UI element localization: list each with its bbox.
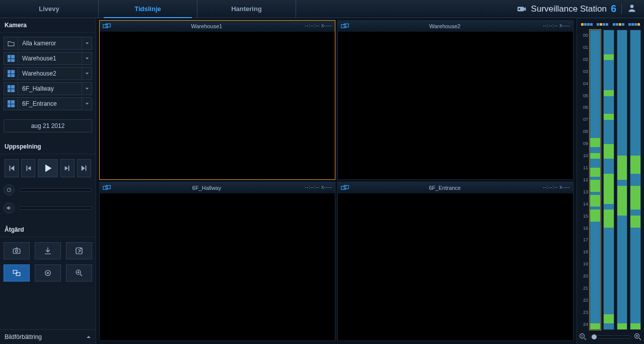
pane-header: Warehouse2--:--:-- x---- [338, 21, 573, 32]
hour-label: 01 [580, 42, 588, 53]
timeline-segment [630, 323, 640, 329]
speed-icon [4, 184, 15, 195]
step-back-button[interactable] [21, 159, 35, 177]
timeline-segment [604, 114, 614, 120]
left-sidebar: Kamera Alla kamerorWarehouse1Warehouse26… [0, 18, 96, 344]
hour-label: 05 [580, 90, 588, 101]
timeline-segment [617, 156, 627, 180]
video-area [100, 32, 335, 179]
pane-title: 6F_Hallway [114, 185, 335, 191]
speed-slider[interactable] [19, 188, 92, 191]
camera-item-3[interactable]: 6F_Hallway [4, 82, 92, 95]
timeline-segment [630, 30, 640, 329]
video-pane-1[interactable]: Warehouse2--:--:-- x---- [337, 20, 574, 180]
pane-header: 6F_Entrance--:--:-- x---- [338, 182, 573, 193]
chevron-down-icon[interactable] [82, 67, 92, 80]
timeline-track-0[interactable] [590, 30, 601, 330]
camera-item-0[interactable]: Alla kameror [4, 37, 92, 50]
chevron-down-icon[interactable] [82, 52, 92, 64]
timeline-segment [590, 168, 600, 177]
layout-1[interactable] [580, 22, 594, 27]
timeline-segment [617, 186, 627, 216]
chevron-down-icon[interactable] [82, 37, 92, 49]
camera-item-label: Warehouse2 [18, 70, 82, 77]
camera-item-label: 6F_Entrance [18, 100, 82, 107]
chevron-up-icon [86, 334, 91, 339]
pane-title: Warehouse2 [352, 23, 573, 29]
focus-button[interactable] [35, 264, 61, 282]
hour-label: 14 [580, 198, 588, 210]
uppspelning-header: Uppspelning [0, 140, 96, 154]
pane-overlap-icon [100, 185, 114, 191]
timeline-segment [604, 174, 614, 203]
date-picker[interactable]: aug 21 2012 [4, 119, 92, 132]
top-tabs: Livevy Tidslinje Hantering [0, 0, 296, 18]
chevron-down-icon[interactable] [82, 83, 92, 95]
timeline-zoom [579, 330, 642, 341]
video-area [338, 32, 573, 179]
timeline-segment [617, 323, 627, 329]
volume-slider[interactable] [19, 207, 92, 210]
hour-label: 19 [580, 258, 588, 269]
snapshot-button[interactable] [4, 242, 30, 259]
camera-item-2[interactable]: Warehouse2 [4, 67, 92, 80]
pane-timestamp: --:--:-- x---- [543, 23, 570, 28]
timeline[interactable]: 0001020304050607080910111213141516171819… [579, 30, 642, 330]
skip-end-button[interactable] [77, 159, 91, 177]
pane-overlap-icon [338, 185, 352, 191]
video-pane-3[interactable]: 6F_Entrance--:--:-- x---- [337, 182, 574, 341]
hour-label: 00 [580, 30, 588, 41]
layout-3[interactable] [612, 22, 625, 27]
timeline-segment [630, 156, 640, 174]
zoom-slider[interactable] [590, 335, 631, 338]
timeline-tracks [590, 30, 641, 330]
timeline-segment [604, 314, 614, 323]
pane-overlap-icon [338, 23, 352, 29]
step-forward-button[interactable] [60, 159, 75, 177]
pane-timestamp: --:--:-- x---- [305, 184, 332, 190]
svg-rect-16 [103, 186, 108, 189]
folder-icon [4, 37, 18, 49]
skip-start-button[interactable] [5, 159, 19, 177]
svg-point-9 [45, 270, 51, 276]
timeline-segment [630, 216, 640, 228]
pane-title: 6F_Entrance [352, 185, 573, 191]
bildforbattring-header[interactable]: Bildförbättring [0, 329, 96, 344]
pane-title: Warehouse1 [114, 23, 335, 29]
user-icon [627, 3, 637, 13]
hour-label: 20 [580, 270, 588, 282]
tab-tidslinje[interactable]: Tidslinje [99, 0, 197, 18]
download-button[interactable] [35, 242, 61, 259]
hour-label: 03 [580, 66, 588, 77]
zoom-in-icon[interactable] [634, 333, 642, 341]
grid-icon [4, 67, 18, 80]
video-pane-2[interactable]: 6F_Hallway--:--:-- x---- [99, 182, 335, 341]
chevron-down-icon[interactable] [82, 98, 92, 110]
hour-label: 23 [580, 307, 588, 318]
layout-4[interactable] [627, 22, 641, 27]
multiview-button[interactable] [4, 264, 30, 282]
tab-livevy[interactable]: Livevy [0, 0, 99, 18]
timeline-segment [630, 186, 640, 210]
camera-item-1[interactable]: Warehouse1 [4, 52, 92, 65]
layout-2[interactable] [596, 22, 609, 27]
zoom-out-icon[interactable] [579, 333, 587, 341]
hour-label: 06 [580, 102, 588, 113]
volume-icon [4, 202, 15, 214]
timeline-panel: 0001020304050607080910111213141516171819… [577, 18, 644, 344]
timeline-track-3[interactable] [630, 30, 641, 330]
export-button[interactable] [66, 242, 92, 259]
play-button[interactable] [38, 159, 58, 177]
camera-item-4[interactable]: 6F_Entrance [4, 97, 92, 110]
tab-hantering[interactable]: Hantering [197, 0, 296, 18]
hour-label: 02 [580, 54, 588, 65]
video-pane-0[interactable]: Warehouse1--:--:-- x---- [99, 20, 335, 180]
video-area [338, 193, 573, 341]
top-nav: Livevy Tidslinje Hantering Surveillance … [0, 0, 644, 18]
timeline-track-2[interactable] [617, 30, 628, 330]
timeline-segment [590, 210, 600, 222]
atgard-header: Åtgärd [0, 223, 96, 237]
user-menu[interactable] [627, 3, 637, 15]
zoom-button[interactable] [66, 264, 92, 282]
timeline-track-1[interactable] [603, 30, 614, 330]
